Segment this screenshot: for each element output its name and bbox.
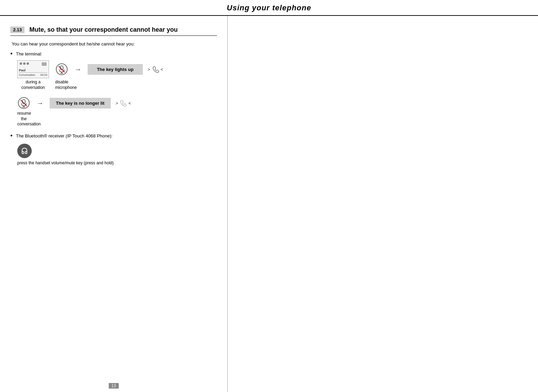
terminal-dot-1 xyxy=(20,62,22,65)
label-during-conversation: during aconversation xyxy=(17,80,49,90)
section-title: Mute, so that your correspondent cannot … xyxy=(29,26,178,33)
label-disable-mic: disable microphone xyxy=(55,80,68,90)
section-number: 2.13 xyxy=(10,27,24,33)
phone-arrows-2: > < xyxy=(116,100,131,106)
bullet-dot-bt: • xyxy=(10,133,12,139)
intro-text: You can hear your correspondent but he/s… xyxy=(12,41,217,47)
svg-rect-0 xyxy=(42,62,47,66)
bluetooth-icon-row xyxy=(17,144,217,158)
terminal-screen-content: Paul Conversation 00:23 xyxy=(19,69,47,76)
bullet-terminal: • The terminal: xyxy=(10,51,217,57)
key-no-longer-box: The key is no longer lit xyxy=(50,98,111,109)
arrow-right-1: < xyxy=(161,67,163,72)
flow-arrow-1: → xyxy=(74,65,81,73)
section-header: 2.13 Mute, so that your correspondent ca… xyxy=(10,26,217,36)
microphone-mute-icon xyxy=(56,63,68,75)
arrow-left-1: > xyxy=(148,67,150,72)
page-number: 13 xyxy=(109,383,119,389)
right-panel xyxy=(228,16,538,392)
key-lights-up-text: The key lights up xyxy=(97,67,133,72)
terminal-screen-line: Paul xyxy=(19,69,47,73)
terminal-dots-row xyxy=(42,62,47,66)
bluetooth-icon xyxy=(17,144,32,158)
arrow-left-2: > xyxy=(116,101,118,106)
flow-row-2: → The key is no longer lit > < xyxy=(17,96,217,110)
phone-arrows-1: > < xyxy=(148,66,163,73)
bluetooth-svg xyxy=(21,146,28,156)
resume-mute-icon xyxy=(17,96,30,110)
terminal-screen-top xyxy=(20,62,29,65)
main-content: 2.13 Mute, so that your correspondent ca… xyxy=(0,16,228,392)
phone-icon-1 xyxy=(151,66,160,73)
terminal-screen-status: Conversation 00:23 xyxy=(19,73,47,76)
key-no-longer-text: The key is no longer lit xyxy=(56,101,104,106)
bullet-terminal-label: The terminal: xyxy=(16,51,42,56)
terminal-dot-2 xyxy=(23,62,26,65)
page-title: Using your telephone xyxy=(227,3,311,12)
status-conversation: Conversation xyxy=(19,73,35,76)
bt-label: press the handset volume/mute key (press… xyxy=(17,160,217,166)
bullet-bluetooth: • The Bluetooth® receiver (IP Touch 4068… xyxy=(10,133,217,139)
arrow-right-2: < xyxy=(128,101,131,106)
status-time: 00:23 xyxy=(40,73,47,76)
phone-icon-2 xyxy=(119,100,128,106)
flow-row-1: Paul Conversation 00:23 xyxy=(17,60,217,78)
label-resume-conversation: resume theconversation xyxy=(17,111,30,127)
flow-labels-1: during aconversation disable microphone xyxy=(17,80,217,90)
mute-icon xyxy=(55,63,68,76)
page-header: Using your telephone xyxy=(0,0,538,16)
flow-diagram: Paul Conversation 00:23 xyxy=(17,60,217,127)
key-lights-up-box: The key lights up xyxy=(88,64,143,75)
flow-arrow-2: → xyxy=(37,99,43,107)
terminal-screen: Paul Conversation 00:23 xyxy=(17,60,49,78)
flow-labels-2: resume theconversation xyxy=(17,111,217,127)
terminal-small-icon xyxy=(42,62,47,66)
microphone-resume-icon xyxy=(18,97,30,109)
page-body: 2.13 Mute, so that your correspondent ca… xyxy=(0,16,538,392)
terminal-dot-3 xyxy=(27,62,29,65)
bullet-bluetooth-label: The Bluetooth® receiver (IP Touch 4068 P… xyxy=(16,133,112,138)
page-container: Using your telephone 2.13 Mute, so that … xyxy=(0,0,538,392)
bullet-dot: • xyxy=(10,51,12,57)
